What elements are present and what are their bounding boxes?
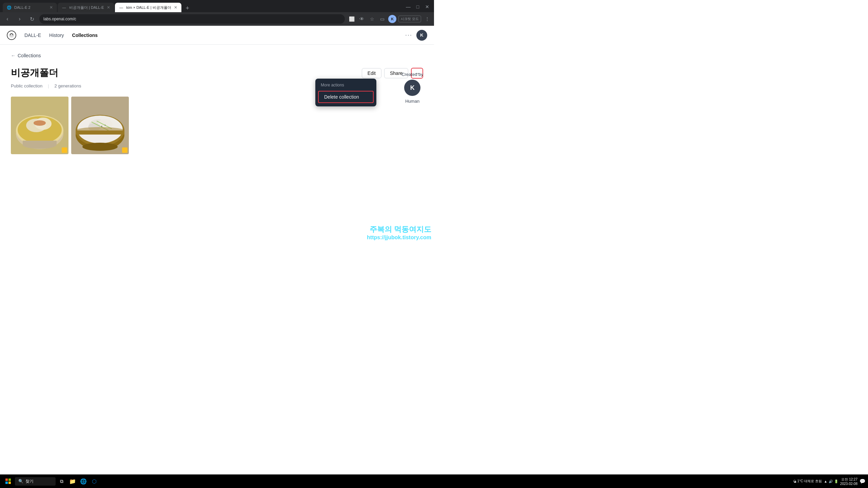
collection-header: 비공개폴더 Edit Share ··· (11, 66, 423, 79)
cast-icon[interactable]: ⬜ (348, 15, 356, 23)
browser-chrome: 🌐 DALL-E 2 ✕ — 비공개폴더 | DALL-E ✕ — kim × … (0, 0, 434, 26)
close-window-icon[interactable]: ✕ (423, 3, 431, 11)
incognito-icon[interactable]: 👁 (358, 15, 366, 23)
reload-button[interactable]: ↻ (27, 14, 37, 24)
breadcrumb-arrow-icon: ← (11, 53, 16, 58)
nav-history[interactable]: History (49, 31, 64, 39)
menu-icon[interactable]: ⋮ (423, 15, 431, 23)
more-actions-dropdown: More actions Delete collection (315, 79, 376, 106)
creator-avatar: K (404, 80, 420, 96)
svg-point-23 (82, 143, 118, 151)
tab3-title: kim × DALL-E | 비공개폴더 (126, 5, 171, 10)
watermark-line2: https://jjubok.tistory.com (367, 234, 431, 241)
breadcrumb: ← Collections (11, 53, 423, 58)
tab-dalle2[interactable]: 🌐 DALL-E 2 ✕ (3, 3, 57, 12)
tab1-title: DALL-E 2 (14, 5, 47, 9)
nav-avatar[interactable]: K (416, 30, 427, 41)
tab2-close-icon[interactable]: ✕ (107, 5, 110, 10)
image-thumb-1[interactable] (11, 97, 68, 154)
back-button[interactable]: ‹ (3, 14, 12, 24)
svg-rect-9 (23, 141, 57, 145)
nav-right: ··· K (405, 30, 427, 41)
nav-collections[interactable]: Collections (72, 31, 98, 39)
tab2-title: 비공개폴더 | DALL-E (69, 5, 104, 10)
tab-bar: 🌐 DALL-E 2 ✕ — 비공개폴더 | DALL-E ✕ — kim × … (0, 0, 434, 12)
nav-more-button[interactable]: ··· (405, 32, 412, 39)
restore-icon[interactable]: □ (414, 3, 422, 11)
address-bar: ‹ › ↻ labs.openai.com/c ⬜ 👁 ☆ ▭ K 시크릿 모드… (0, 12, 434, 26)
openai-logo[interactable] (7, 30, 16, 40)
profile-button[interactable]: K (388, 15, 396, 23)
nav-links: DALL-E History Collections (24, 31, 98, 39)
browser-toolbar: ⬜ 👁 ☆ ▭ K 시크릿 모드 ⋮ (348, 15, 431, 23)
tab-kim-collection[interactable]: — kim × DALL-E | 비공개폴더 ✕ (115, 3, 181, 12)
svg-point-7 (34, 120, 46, 126)
page-content: ← Collections 비공개폴더 Edit Share ··· Publi… (0, 45, 434, 244)
tab3-favicon: — (119, 5, 124, 10)
app-nav: DALL-E History Collections ··· K (0, 26, 434, 45)
nav-dalle[interactable]: DALL-E (24, 31, 41, 39)
tab3-close-icon[interactable]: ✕ (174, 5, 177, 10)
visibility-label: Public collection (11, 83, 42, 88)
generations-label: 2 generations (55, 83, 81, 88)
minimize-icon[interactable]: — (404, 3, 412, 11)
collection-title: 비공개폴더 (11, 66, 58, 79)
url-text: labs.openai.com/c (43, 17, 76, 21)
watermark-line1: 주복의 먹동여지도 (367, 225, 431, 235)
breadcrumb-collections-link[interactable]: Collections (18, 53, 41, 58)
edit-button[interactable]: Edit (362, 68, 381, 78)
dropdown-header: More actions (315, 81, 376, 90)
tab-collection[interactable]: — 비공개폴더 | DALL-E ✕ (58, 3, 114, 12)
svg-point-20 (105, 125, 106, 126)
created-by-panel: Created by K Human (401, 72, 423, 104)
creator-name: Human (405, 99, 419, 104)
svg-rect-22 (76, 130, 124, 135)
delete-collection-button[interactable]: Delete collection (318, 91, 374, 103)
tab1-favicon: 🌐 (7, 5, 12, 10)
image-thumb-2[interactable] (71, 97, 129, 154)
mode-button[interactable]: 시크릿 모드 (398, 16, 421, 22)
url-box[interactable]: labs.openai.com/c (39, 14, 345, 24)
created-by-label: Created by (401, 72, 423, 77)
tab2-favicon: — (62, 5, 66, 10)
svg-point-19 (101, 126, 102, 127)
bookmark-icon[interactable]: ☆ (368, 15, 376, 23)
app: DALL-E History Collections ··· K ← Colle… (0, 26, 434, 244)
meta-separator: | (48, 83, 49, 88)
watermark: 주복의 먹동여지도 https://jjubok.tistory.com (364, 222, 434, 244)
new-tab-button[interactable]: + (183, 4, 192, 12)
tab1-close-icon[interactable]: ✕ (50, 5, 53, 10)
window-icon[interactable]: ▭ (378, 15, 386, 23)
forward-button[interactable]: › (15, 14, 24, 24)
